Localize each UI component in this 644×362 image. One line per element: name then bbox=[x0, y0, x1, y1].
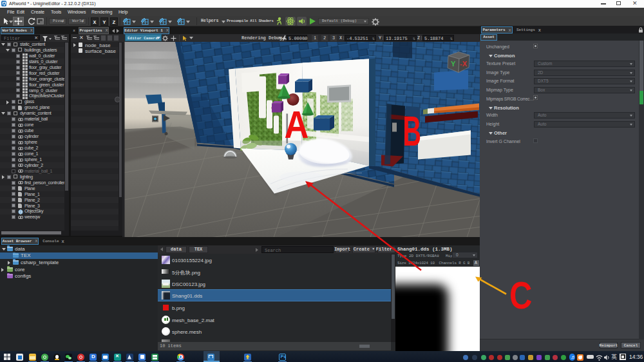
svg-text:Y: Y bbox=[451, 59, 456, 67]
svg-text:-X: -X bbox=[460, 59, 468, 67]
